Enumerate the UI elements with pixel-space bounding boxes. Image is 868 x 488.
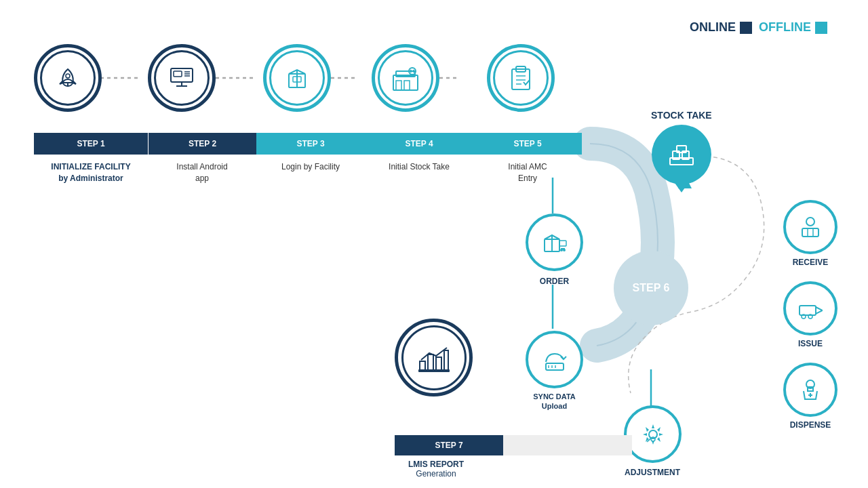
- box-icon: [282, 63, 312, 93]
- svg-point-10: [66, 74, 70, 78]
- step5-inner: [493, 50, 549, 106]
- step5-bar: STEP 5: [473, 133, 582, 155]
- factory-icon: [389, 62, 422, 94]
- clipboard-icon: [505, 62, 536, 94]
- dispense-circle: [783, 363, 837, 417]
- svg-rect-64: [428, 354, 433, 371]
- svg-marker-56: [816, 307, 823, 314]
- legend-offline: OFFLINE: [759, 20, 827, 35]
- chart-icon: [417, 341, 451, 375]
- step1-header: STEP 1: [77, 139, 104, 148]
- step1-circle-container: [34, 44, 102, 112]
- step7-label: STEP 7: [435, 441, 462, 450]
- step2-circle-container: [148, 44, 216, 112]
- svg-rect-55: [800, 306, 816, 315]
- step4-circle-container: [372, 44, 439, 112]
- stock-icon: [667, 140, 696, 169]
- step5-desc: Initial AMC Entry: [473, 157, 582, 184]
- offline-box: [815, 22, 827, 34]
- sync-label: SYNC DATAUpload: [526, 392, 583, 411]
- step1-inner: [40, 50, 96, 106]
- lmis-circle: [395, 319, 473, 396]
- step2-header: STEP 2: [189, 139, 216, 148]
- step5-circle: [487, 44, 555, 112]
- adjustment-circle: [624, 405, 682, 463]
- step7-bar: STEP 7 LMIS REPORT Generation: [395, 435, 632, 479]
- online-box: [740, 22, 752, 34]
- receive-circle: [783, 200, 837, 254]
- stock-take-bubble: [652, 125, 711, 184]
- issue-circle: [783, 281, 837, 336]
- svg-rect-15: [174, 71, 182, 77]
- step3-circle: [263, 44, 331, 112]
- sync-circle: [526, 331, 583, 388]
- step2-desc: Install Android app: [148, 157, 256, 184]
- rocket-icon: [54, 64, 82, 92]
- gear-icon: [640, 422, 666, 447]
- stock-take-area: STOCK TAKE: [651, 110, 712, 184]
- svg-point-51: [806, 218, 814, 226]
- step3-desc: Login by Facility: [256, 157, 365, 184]
- svg-point-39: [560, 249, 563, 251]
- step5-header: STEP 5: [513, 139, 541, 148]
- svg-rect-25: [404, 81, 410, 90]
- order-label: ORDER: [526, 277, 583, 286]
- step4-circle: [372, 44, 439, 112]
- step6-label: STEP 6: [633, 282, 670, 294]
- step1-desc: INITIALIZE FACILITY by Administrator: [34, 157, 148, 184]
- order-icon: [542, 230, 568, 256]
- step1-bar: STEP 1: [34, 133, 148, 155]
- sync-icon: [542, 347, 568, 373]
- step3-circle-container: [263, 44, 331, 112]
- svg-rect-52: [802, 228, 818, 237]
- online-label: ONLINE: [690, 20, 736, 35]
- svg-rect-23: [393, 75, 418, 90]
- receive-label: RECEIVE: [778, 258, 842, 267]
- issue-icon: [798, 296, 823, 321]
- dispense-icon: [798, 378, 823, 402]
- svg-rect-65: [436, 357, 441, 371]
- svg-rect-37: [559, 241, 566, 246]
- receive-icon: [798, 215, 823, 239]
- stock-take-label-text: STOCK TAKE: [651, 110, 712, 121]
- step1-circle: [34, 44, 102, 112]
- step7-header: STEP 7: [395, 435, 503, 455]
- step3-header: STEP 3: [296, 139, 324, 148]
- step4-bar: STEP 4: [365, 133, 473, 155]
- legend-online: ONLINE: [690, 20, 752, 35]
- step5-circle-container: [487, 44, 555, 112]
- step3-bar: STEP 3: [256, 133, 365, 155]
- step2-bar: STEP 2: [148, 133, 256, 155]
- step3-inner: [269, 50, 325, 106]
- step6-circle: STEP 6: [614, 251, 688, 325]
- svg-point-40: [563, 249, 566, 251]
- svg-rect-66: [444, 350, 448, 371]
- step7-desc: LMIS REPORT Generation: [395, 460, 632, 479]
- issue-label: ISSUE: [783, 339, 837, 348]
- monitor-icon: [167, 63, 197, 93]
- step4-inner: [378, 50, 433, 106]
- svg-rect-63: [420, 361, 425, 371]
- step4-header: STEP 4: [405, 139, 433, 148]
- svg-rect-24: [396, 81, 401, 90]
- progress-bar: STEP 1 STEP 2 STEP 3 STEP 4 STEP 5: [34, 133, 582, 155]
- lmis-inner: [401, 325, 467, 390]
- step2-circle: [148, 44, 216, 112]
- svg-rect-67: [418, 369, 450, 372]
- order-circle: [526, 214, 583, 271]
- step2-inner: [154, 50, 210, 106]
- dispense-label: DISPENSE: [778, 420, 842, 430]
- step-descs: INITIALIZE FACILITY by Administrator Ins…: [34, 157, 582, 184]
- legend: ONLINE OFFLINE: [690, 20, 827, 35]
- step4-desc: Initial Stock Take: [365, 157, 473, 184]
- offline-label: OFFLINE: [759, 20, 811, 35]
